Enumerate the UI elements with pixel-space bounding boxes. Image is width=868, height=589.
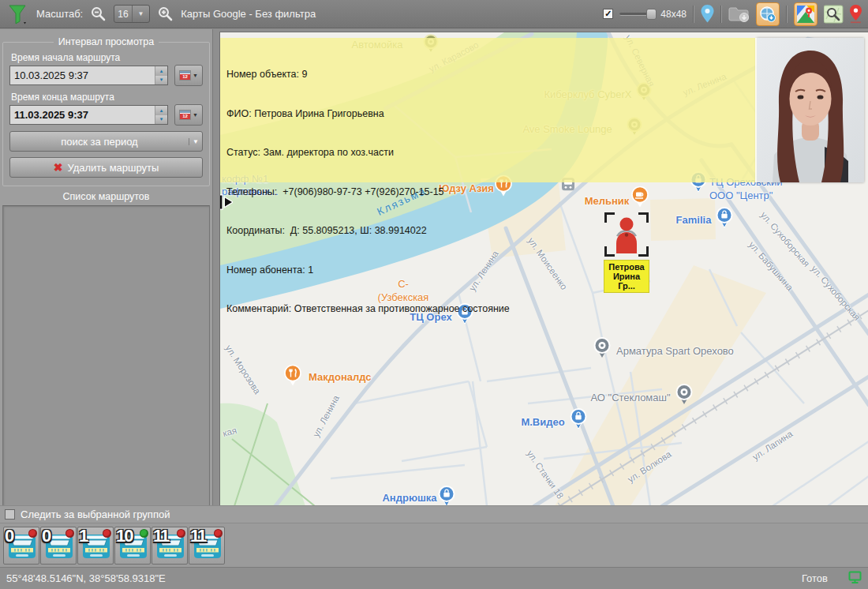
poi-label: Арматура Spart Орехово — [616, 345, 734, 357]
ready-status: Готов — [802, 572, 828, 584]
end-time-input[interactable]: 11.03.2025 9:37 ▲▼ — [9, 105, 168, 125]
google-maps-button[interactable] — [794, 2, 817, 26]
info-line: Телефоны: +7(906)980-97-73 +7(926)270-15… — [226, 186, 510, 199]
device-status-dot — [103, 529, 111, 538]
filter-funnel-icon[interactable] — [8, 3, 28, 25]
search-period-button[interactable]: поиск за период ▼ — [9, 131, 203, 152]
device-button[interactable]: 10 — [114, 527, 151, 565]
device-button[interactable]: 0 — [3, 527, 39, 565]
info-line: Координаты: Д: 55.8095213, Ш: 38.9914022 — [226, 224, 510, 238]
poi-pin-icon — [593, 337, 611, 362]
folder-download-button[interactable] — [728, 5, 750, 23]
info-line: Номер объекта: 9 — [226, 68, 510, 81]
scale-value: 16 — [114, 9, 132, 20]
devices-row: 0 0 1 10 11 11 — [0, 523, 868, 567]
person-photo — [757, 38, 864, 182]
poi-pin-icon — [675, 384, 693, 408]
object-info-panel: Номер объекта: 9 ФИО: Петрова Ирина Григ… — [226, 42, 510, 342]
start-time-value[interactable]: 10.03.2025 9:37 — [10, 66, 155, 84]
icon-size-label: 48x48 — [660, 9, 687, 20]
connection-status-icon — [848, 571, 863, 587]
end-time-label: Время конца маршрута — [11, 92, 201, 103]
start-time-spinner[interactable]: ▲▼ — [155, 66, 167, 84]
toolbar-separator — [786, 6, 788, 23]
person-icon — [609, 216, 644, 255]
globe-download-button[interactable] — [756, 2, 780, 26]
chevron-down-icon[interactable]: ▼ — [189, 138, 202, 145]
routes-list[interactable] — [2, 205, 210, 524]
cafe-poi-icon — [630, 186, 649, 211]
zoom-out-button[interactable] — [91, 6, 106, 21]
device-button[interactable]: 11 — [152, 527, 188, 565]
end-time-value[interactable]: 11.03.2025 9:37 — [10, 106, 155, 124]
start-time-input[interactable]: 10.03.2025 9:37 ▲▼ — [9, 66, 168, 85]
device-button[interactable]: 0 — [40, 527, 77, 565]
chevron-down-icon: ▼ — [132, 6, 150, 22]
info-line: Комментарий: Ответственная за противопож… — [226, 302, 510, 316]
interval-groupbox: Интервал просмотра Время начала маршрута… — [2, 42, 210, 186]
calendar-icon — [179, 110, 191, 120]
icon-size-checkbox[interactable]: ✓ — [603, 9, 613, 19]
zoom-in-button[interactable] — [158, 6, 173, 21]
cursor-coordinates: 55°48'48.5146"N, 38°58'58.9318"E — [0, 572, 802, 584]
start-time-label: Время начала маршрута — [11, 52, 201, 63]
delete-x-icon: ✖ — [54, 161, 63, 174]
poi-label: Мельник — [585, 195, 630, 207]
icon-size-slider[interactable] — [619, 9, 654, 20]
device-status-dot — [177, 529, 185, 538]
device-number: 11 — [153, 526, 168, 546]
poi-label: АО "Стекломаш" — [590, 392, 670, 403]
device-number: 0 — [5, 526, 13, 546]
map-source-label: Карты Google - Без фильтра — [181, 8, 316, 20]
device-button[interactable]: 1 — [77, 527, 114, 565]
restaurant-poi-icon — [283, 364, 302, 389]
info-line: Номер абонента: 1 — [226, 264, 510, 277]
shopping-pin-icon — [570, 407, 588, 433]
delete-routes-button[interactable]: ✖ Удалить маршруты — [9, 157, 203, 178]
follow-group-label: Следить за выбранной группой — [21, 508, 170, 520]
yandex-maps-button[interactable] — [850, 5, 862, 24]
scale-label: Масштаб: — [36, 8, 83, 20]
resize-cursor-icon — [219, 194, 233, 213]
follow-group-row: Следить за выбранной группой — [0, 505, 868, 523]
poi-label: М.Видео — [521, 416, 564, 428]
device-status-dot — [28, 529, 37, 538]
device-number: 1 — [79, 526, 87, 546]
map-pin-button[interactable] — [701, 5, 714, 23]
search-period-label: поиск за период — [10, 136, 189, 148]
info-line: Статус: Зам. директора по хоз.части — [226, 146, 510, 159]
marker-name-label: Петрова Ирина Гр... — [604, 260, 649, 293]
end-calendar-button[interactable]: ▼ — [174, 104, 203, 126]
main-toolbar: Масштаб: 16 ▼ Карты Google - Без фильтра… — [0, 0, 868, 28]
osm-search-button[interactable] — [824, 5, 844, 24]
calendar-icon — [179, 70, 191, 81]
shopping-pin-icon — [438, 485, 456, 505]
device-number: 10 — [116, 526, 132, 546]
device-number: 11 — [190, 526, 205, 546]
slider-handle[interactable] — [646, 9, 657, 20]
device-status-dot — [140, 529, 148, 538]
scale-select[interactable]: 16 ▼ — [114, 5, 150, 23]
sidebar-panel: Интервал просмотра Время начала маршрута… — [0, 29, 213, 505]
follow-group-checkbox[interactable] — [5, 509, 15, 520]
map-canvas[interactable]: ул. Карасово ул. Северная ул. Ленина ул.… — [219, 32, 868, 505]
road-moiseenko — [506, 228, 613, 505]
chevron-down-icon: ▼ — [193, 112, 198, 118]
chevron-down-icon: ▼ — [193, 73, 198, 78]
info-line: ФИО: Петрова Ирина Григорьевна — [226, 107, 510, 121]
device-button[interactable]: 11 — [189, 527, 225, 565]
routes-list-title: Список маршрутов — [0, 191, 212, 202]
device-status-dot — [65, 529, 74, 538]
start-calendar-button[interactable]: ▼ — [174, 65, 203, 86]
delete-routes-label: Удалить маршруты — [67, 162, 159, 174]
device-number: 0 — [42, 526, 50, 546]
poi-label: Андрюшка — [382, 492, 436, 504]
poi-label: Familia — [676, 214, 712, 226]
shopping-pin-icon — [716, 206, 734, 231]
poi-label: Макдоналдс — [309, 371, 372, 383]
device-status-dot — [214, 529, 223, 538]
end-time-spinner[interactable]: ▲▼ — [155, 106, 167, 124]
toolbar-separator — [693, 6, 694, 23]
status-bar: 55°48'48.5146"N, 38°58'58.9318"E Готов — [0, 567, 868, 589]
toolbar-separator — [720, 6, 722, 23]
